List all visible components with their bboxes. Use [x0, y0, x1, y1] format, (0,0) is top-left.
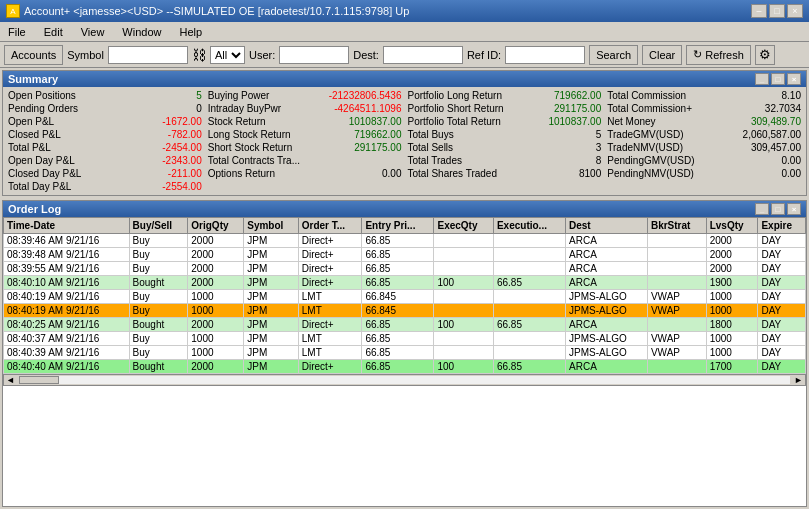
table-cell: 08:39:46 AM 9/21/16 [4, 234, 130, 248]
table-cell: 66.845 [362, 290, 434, 304]
table-row[interactable]: 08:40:39 AM 9/21/16Buy1000JPMLMT66.85JPM… [4, 346, 806, 360]
summary-row-label: PendingGMV(USD) [607, 155, 694, 166]
menu-help[interactable]: Help [175, 25, 206, 39]
table-cell: Direct+ [298, 262, 362, 276]
table-row[interactable]: 08:40:19 AM 9/21/16Buy1000JPMLMT66.845JP… [4, 290, 806, 304]
refresh-icon: ↻ [693, 48, 702, 61]
summary-row-label: Net Money [607, 116, 655, 127]
table-row[interactable]: 08:40:10 AM 9/21/16Bought2000JPMDirect+6… [4, 276, 806, 290]
summary-row: Total Commission8.10 [604, 89, 804, 102]
summary-row-value: 0.00 [382, 168, 401, 179]
menu-edit[interactable]: Edit [40, 25, 67, 39]
summary-minimize-btn[interactable]: _ [755, 73, 769, 85]
table-cell [647, 234, 706, 248]
summary-row: Short Stock Return291175.00 [205, 141, 405, 154]
table-cell: 100 [434, 318, 493, 332]
table-cell: 2000 [188, 318, 244, 332]
table-cell: 2000 [188, 262, 244, 276]
accounts-button[interactable]: Accounts [4, 45, 63, 65]
summary-row-label: Short Stock Return [208, 142, 292, 153]
summary-close-btn[interactable]: × [787, 73, 801, 85]
table-cell: 66.85 [362, 360, 434, 374]
table-row[interactable]: 08:39:46 AM 9/21/16Buy2000JPMDirect+66.8… [4, 234, 806, 248]
table-cell [493, 346, 565, 360]
table-cell: LMT [298, 304, 362, 318]
summary-grid: Open Positions5Pending Orders0Open P&L-1… [3, 87, 806, 195]
table-cell: JPM [244, 262, 299, 276]
order-log-header: Order Log _ □ × [3, 201, 806, 217]
order-log-close-btn[interactable]: × [787, 203, 801, 215]
table-cell: JPMS-ALGO [566, 290, 648, 304]
user-label: User: [249, 49, 275, 61]
summary-row: Portfolio Short Return291175.00 [405, 102, 605, 115]
summary-row-value: 291175.00 [554, 103, 601, 114]
table-row[interactable]: 08:40:37 AM 9/21/16Buy1000JPMLMT66.85JPM… [4, 332, 806, 346]
search-button[interactable]: Search [589, 45, 638, 65]
refresh-label: Refresh [705, 49, 744, 61]
scroll-left-btn[interactable]: ◄ [4, 375, 17, 385]
table-cell: ARCA [566, 234, 648, 248]
table-row[interactable]: 08:40:25 AM 9/21/16Bought2000JPMDirect+6… [4, 318, 806, 332]
close-button[interactable]: × [787, 4, 803, 18]
user-input[interactable] [279, 46, 349, 64]
summary-row-value: 0.00 [782, 155, 801, 166]
horizontal-scrollbar[interactable]: ◄ ► [3, 374, 806, 386]
table-cell: 1000 [188, 304, 244, 318]
summary-row: Options Return0.00 [205, 167, 405, 180]
table-cell: Buy [129, 290, 188, 304]
summary-row-value: -211.00 [168, 168, 202, 179]
order-log-minimize-btn[interactable]: _ [755, 203, 769, 215]
table-cell: 1000 [706, 346, 758, 360]
table-row[interactable]: 08:40:40 AM 9/21/16Bought2000JPMDirect+6… [4, 360, 806, 374]
summary-row: Closed P&L-782.00 [5, 128, 205, 141]
scroll-right-btn[interactable]: ► [792, 375, 805, 385]
column-header: Buy/Sell [129, 218, 188, 234]
table-cell: Buy [129, 262, 188, 276]
column-header: ExecQty [434, 218, 493, 234]
summary-row: TradeGMV(USD)2,060,587.00 [604, 128, 804, 141]
table-cell: 08:40:25 AM 9/21/16 [4, 318, 130, 332]
summary-row: Open Day P&L-2343.00 [5, 154, 205, 167]
all-select[interactable]: All [210, 46, 245, 64]
table-cell: 1000 [706, 304, 758, 318]
summary-row-value: 3 [596, 142, 602, 153]
minimize-button[interactable]: – [751, 4, 767, 18]
table-cell [647, 248, 706, 262]
refid-input[interactable] [505, 46, 585, 64]
summary-row-value: 1010837.00 [548, 116, 601, 127]
table-row[interactable]: 08:39:55 AM 9/21/16Buy2000JPMDirect+66.8… [4, 262, 806, 276]
summary-restore-btn[interactable]: □ [771, 73, 785, 85]
table-cell: LMT [298, 332, 362, 346]
menu-view[interactable]: View [77, 25, 109, 39]
refresh-button[interactable]: ↻ Refresh [686, 45, 751, 65]
scroll-thumb[interactable] [19, 376, 59, 384]
link-icon[interactable]: ⛓ [192, 47, 206, 63]
summary-row-label: Portfolio Long Return [408, 90, 503, 101]
symbol-input[interactable] [108, 46, 188, 64]
table-cell: Bought [129, 360, 188, 374]
table-row[interactable]: 08:39:48 AM 9/21/16Buy2000JPMDirect+66.8… [4, 248, 806, 262]
maximize-button[interactable]: □ [769, 4, 785, 18]
menu-file[interactable]: File [4, 25, 30, 39]
menu-window[interactable]: Window [118, 25, 165, 39]
table-cell: JPM [244, 346, 299, 360]
summary-row-label: Total P&L [8, 142, 51, 153]
column-header: LvsQty [706, 218, 758, 234]
clear-button[interactable]: Clear [642, 45, 682, 65]
symbol-label: Symbol [67, 49, 104, 61]
order-log-scroll[interactable]: Time-DateBuy/SellOrigQtySymbolOrder T...… [3, 217, 806, 374]
order-log-title: Order Log [8, 203, 61, 215]
column-header: BkrStrat [647, 218, 706, 234]
table-cell: DAY [758, 234, 806, 248]
table-cell: ARCA [566, 248, 648, 262]
table-row[interactable]: 08:40:19 AM 9/21/16Buy1000JPMLMT66.845JP… [4, 304, 806, 318]
dest-input[interactable] [383, 46, 463, 64]
table-cell: JPM [244, 304, 299, 318]
table-cell [493, 234, 565, 248]
table-cell: 2000 [706, 234, 758, 248]
settings-button[interactable]: ⚙ [755, 45, 775, 65]
column-header: Expire [758, 218, 806, 234]
table-cell: ARCA [566, 262, 648, 276]
order-log-restore-btn[interactable]: □ [771, 203, 785, 215]
order-log-table: Time-DateBuy/SellOrigQtySymbolOrder T...… [3, 217, 806, 374]
